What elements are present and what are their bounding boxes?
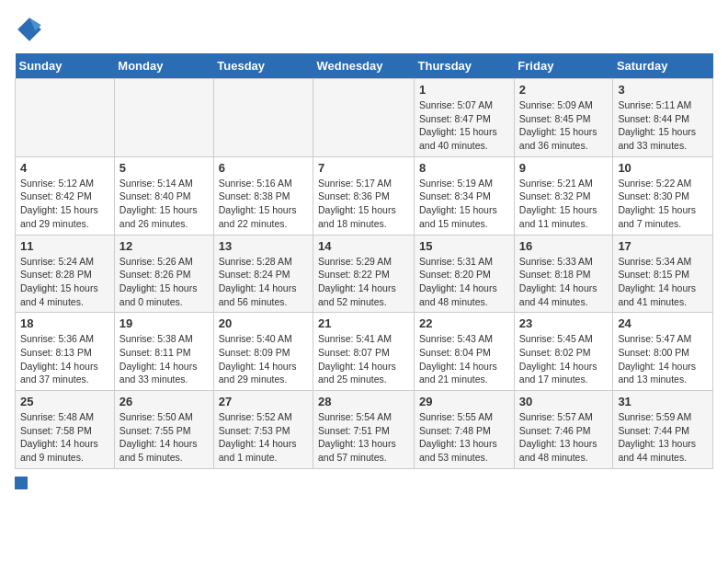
day-info: Sunrise: 5:29 AM Sunset: 8:22 PM Dayligh… xyxy=(318,255,409,309)
calendar-cell: 16Sunrise: 5:33 AM Sunset: 8:18 PM Dayli… xyxy=(514,235,613,313)
day-number: 20 xyxy=(219,316,308,330)
day-info: Sunrise: 5:12 AM Sunset: 8:42 PM Dayligh… xyxy=(20,177,109,231)
calendar-day-header: Sunday xyxy=(16,53,115,79)
day-info: Sunrise: 5:52 AM Sunset: 7:53 PM Dayligh… xyxy=(219,410,308,465)
calendar-cell: 12Sunrise: 5:26 AM Sunset: 8:26 PM Dayli… xyxy=(114,235,213,313)
day-number: 22 xyxy=(419,316,509,330)
calendar-cell: 11Sunrise: 5:24 AM Sunset: 8:28 PM Dayli… xyxy=(16,235,115,313)
day-number: 5 xyxy=(119,161,209,175)
day-info: Sunrise: 5:54 AM Sunset: 7:51 PM Dayligh… xyxy=(318,410,409,465)
calendar-cell xyxy=(313,79,415,157)
calendar-table: SundayMondayTuesdayWednesdayThursdayFrid… xyxy=(15,53,713,469)
calendar-week-row: 1Sunrise: 5:07 AM Sunset: 8:47 PM Daylig… xyxy=(16,79,713,157)
day-info: Sunrise: 5:09 AM Sunset: 8:45 PM Dayligh… xyxy=(519,98,609,153)
day-number: 10 xyxy=(618,161,708,175)
day-number: 25 xyxy=(20,395,109,408)
day-info: Sunrise: 5:55 AM Sunset: 7:48 PM Dayligh… xyxy=(419,410,509,465)
logo xyxy=(15,15,48,44)
day-info: Sunrise: 5:38 AM Sunset: 8:11 PM Dayligh… xyxy=(119,332,209,386)
day-number: 23 xyxy=(519,316,609,330)
day-info: Sunrise: 5:17 AM Sunset: 8:36 PM Dayligh… xyxy=(318,177,409,231)
calendar-cell: 26Sunrise: 5:50 AM Sunset: 7:55 PM Dayli… xyxy=(114,391,213,469)
calendar-day-header: Monday xyxy=(114,53,213,79)
day-info: Sunrise: 5:28 AM Sunset: 8:24 PM Dayligh… xyxy=(219,255,308,309)
day-number: 7 xyxy=(318,161,409,175)
svg-marker-0 xyxy=(17,17,41,41)
logo-icon xyxy=(15,15,44,44)
day-info: Sunrise: 5:14 AM Sunset: 8:40 PM Dayligh… xyxy=(119,177,209,231)
calendar-day-header: Thursday xyxy=(415,53,515,79)
day-number: 2 xyxy=(519,83,609,97)
calendar-cell: 25Sunrise: 5:48 AM Sunset: 7:58 PM Dayli… xyxy=(16,391,115,469)
day-number: 9 xyxy=(519,161,609,175)
day-info: Sunrise: 5:33 AM Sunset: 8:18 PM Dayligh… xyxy=(519,255,609,309)
calendar-cell: 31Sunrise: 5:59 AM Sunset: 7:44 PM Dayli… xyxy=(613,391,713,469)
calendar-cell: 10Sunrise: 5:22 AM Sunset: 8:30 PM Dayli… xyxy=(613,156,713,235)
calendar-week-row: 11Sunrise: 5:24 AM Sunset: 8:28 PM Dayli… xyxy=(16,235,713,313)
calendar-cell: 18Sunrise: 5:36 AM Sunset: 8:13 PM Dayli… xyxy=(16,313,115,391)
day-info: Sunrise: 5:36 AM Sunset: 8:13 PM Dayligh… xyxy=(20,332,109,386)
calendar-cell: 19Sunrise: 5:38 AM Sunset: 8:11 PM Dayli… xyxy=(114,313,213,391)
day-number: 8 xyxy=(419,161,509,175)
calendar-cell: 9Sunrise: 5:21 AM Sunset: 8:32 PM Daylig… xyxy=(514,156,613,235)
day-number: 19 xyxy=(119,316,209,330)
day-info: Sunrise: 5:47 AM Sunset: 8:00 PM Dayligh… xyxy=(618,332,708,386)
day-number: 15 xyxy=(419,239,509,253)
page-header xyxy=(15,15,713,44)
day-number: 11 xyxy=(20,239,109,253)
day-info: Sunrise: 5:45 AM Sunset: 8:02 PM Dayligh… xyxy=(519,332,609,386)
day-info: Sunrise: 5:26 AM Sunset: 8:26 PM Dayligh… xyxy=(119,255,209,309)
calendar-cell: 8Sunrise: 5:19 AM Sunset: 8:34 PM Daylig… xyxy=(415,156,515,235)
calendar-week-row: 4Sunrise: 5:12 AM Sunset: 8:42 PM Daylig… xyxy=(16,156,713,235)
day-info: Sunrise: 5:07 AM Sunset: 8:47 PM Dayligh… xyxy=(419,98,509,153)
day-number: 31 xyxy=(618,395,708,408)
calendar-cell: 21Sunrise: 5:41 AM Sunset: 8:07 PM Dayli… xyxy=(313,313,415,391)
calendar-cell: 14Sunrise: 5:29 AM Sunset: 8:22 PM Dayli… xyxy=(313,235,415,313)
calendar-week-row: 18Sunrise: 5:36 AM Sunset: 8:13 PM Dayli… xyxy=(16,313,713,391)
day-number: 12 xyxy=(119,239,209,253)
calendar-day-header: Friday xyxy=(514,53,613,79)
day-number: 30 xyxy=(519,395,609,408)
day-number: 26 xyxy=(119,395,209,408)
legend xyxy=(15,477,713,489)
day-number: 6 xyxy=(219,161,308,175)
day-info: Sunrise: 5:11 AM Sunset: 8:44 PM Dayligh… xyxy=(618,98,708,153)
calendar-cell xyxy=(114,79,213,157)
day-info: Sunrise: 5:50 AM Sunset: 7:55 PM Dayligh… xyxy=(119,410,209,465)
calendar-cell: 23Sunrise: 5:45 AM Sunset: 8:02 PM Dayli… xyxy=(514,313,613,391)
calendar-cell: 20Sunrise: 5:40 AM Sunset: 8:09 PM Dayli… xyxy=(213,313,313,391)
calendar-cell: 3Sunrise: 5:11 AM Sunset: 8:44 PM Daylig… xyxy=(613,79,713,157)
day-number: 28 xyxy=(318,395,409,408)
day-number: 13 xyxy=(219,239,308,253)
legend-color-box xyxy=(15,477,28,489)
calendar-cell: 2Sunrise: 5:09 AM Sunset: 8:45 PM Daylig… xyxy=(514,79,613,157)
calendar-day-header: Tuesday xyxy=(213,53,313,79)
day-number: 1 xyxy=(419,83,509,97)
calendar-cell: 27Sunrise: 5:52 AM Sunset: 7:53 PM Dayli… xyxy=(213,391,313,469)
calendar-cell: 5Sunrise: 5:14 AM Sunset: 8:40 PM Daylig… xyxy=(114,156,213,235)
calendar-cell: 17Sunrise: 5:34 AM Sunset: 8:15 PM Dayli… xyxy=(613,235,713,313)
day-info: Sunrise: 5:19 AM Sunset: 8:34 PM Dayligh… xyxy=(419,177,509,231)
day-info: Sunrise: 5:34 AM Sunset: 8:15 PM Dayligh… xyxy=(618,255,708,309)
day-number: 4 xyxy=(20,161,109,175)
day-number: 17 xyxy=(618,239,708,253)
day-number: 18 xyxy=(20,316,109,330)
calendar-cell: 1Sunrise: 5:07 AM Sunset: 8:47 PM Daylig… xyxy=(415,79,515,157)
day-number: 21 xyxy=(318,316,409,330)
day-number: 14 xyxy=(318,239,409,253)
calendar-cell: 13Sunrise: 5:28 AM Sunset: 8:24 PM Dayli… xyxy=(213,235,313,313)
day-info: Sunrise: 5:22 AM Sunset: 8:30 PM Dayligh… xyxy=(618,177,708,231)
day-info: Sunrise: 5:21 AM Sunset: 8:32 PM Dayligh… xyxy=(519,177,609,231)
day-info: Sunrise: 5:41 AM Sunset: 8:07 PM Dayligh… xyxy=(318,332,409,386)
calendar-day-header: Saturday xyxy=(613,53,713,79)
calendar-cell: 15Sunrise: 5:31 AM Sunset: 8:20 PM Dayli… xyxy=(415,235,515,313)
day-number: 24 xyxy=(618,316,708,330)
day-info: Sunrise: 5:24 AM Sunset: 8:28 PM Dayligh… xyxy=(20,255,109,309)
calendar-cell xyxy=(16,79,115,157)
calendar-cell: 4Sunrise: 5:12 AM Sunset: 8:42 PM Daylig… xyxy=(16,156,115,235)
day-info: Sunrise: 5:31 AM Sunset: 8:20 PM Dayligh… xyxy=(419,255,509,309)
day-number: 16 xyxy=(519,239,609,253)
day-number: 3 xyxy=(618,83,708,97)
calendar-day-header: Wednesday xyxy=(313,53,415,79)
day-info: Sunrise: 5:40 AM Sunset: 8:09 PM Dayligh… xyxy=(219,332,308,386)
